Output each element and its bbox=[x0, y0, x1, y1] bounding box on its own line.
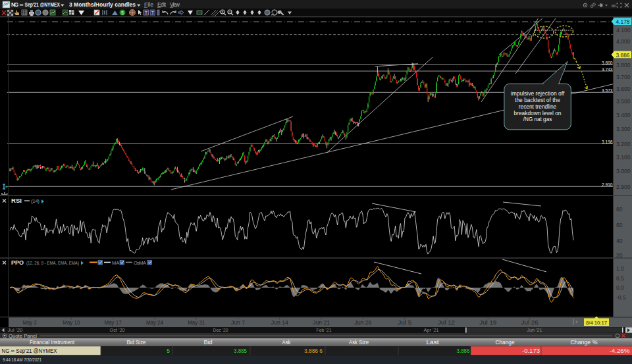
svg-text:Last: Last bbox=[427, 339, 440, 346]
svg-text:3.800: 3.800 bbox=[602, 60, 613, 66]
svg-text:Sep'21 @NYMEX: Sep'21 @NYMEX bbox=[25, 1, 61, 8]
svg-text:2.900: 2.900 bbox=[616, 184, 631, 190]
svg-text:3.000: 3.000 bbox=[616, 168, 631, 174]
svg-text:Bid: Bid bbox=[204, 339, 213, 346]
svg-text:Jul 12: Jul 12 bbox=[438, 319, 455, 326]
svg-text:NG: NG bbox=[11, 1, 18, 8]
svg-text:9:44:18 AM 7/30/2021: 9:44:18 AM 7/30/2021 bbox=[3, 357, 41, 363]
svg-text:4.178: 4.178 bbox=[616, 18, 630, 25]
svg-text:3 Months/Hourly candles: 3 Months/Hourly candles bbox=[69, 1, 136, 8]
svg-text:80: 80 bbox=[616, 206, 623, 213]
svg-text:3.100: 3.100 bbox=[616, 154, 631, 161]
svg-text:May 17: May 17 bbox=[105, 319, 122, 326]
svg-text:Apr ’21: Apr ’21 bbox=[424, 327, 439, 333]
svg-text:1.0: 1.0 bbox=[616, 265, 624, 272]
svg-text:3.885: 3.885 bbox=[234, 348, 247, 354]
svg-text:3.743: 3.743 bbox=[602, 66, 613, 72]
svg-text:Feb ’21: Feb ’21 bbox=[317, 327, 332, 333]
svg-text:recent trendline: recent trendline bbox=[519, 103, 557, 110]
svg-text:Dec ’20: Dec ’20 bbox=[213, 327, 228, 333]
svg-text:Jun 14: Jun 14 bbox=[271, 319, 288, 326]
svg-text:Jul 26: Jul 26 bbox=[521, 319, 539, 326]
svg-text:Ask Size: Ask Size bbox=[349, 339, 369, 346]
svg-text:∞: ∞ bbox=[20, 1, 24, 8]
svg-text:3.600: 3.600 bbox=[616, 86, 631, 92]
svg-text:Jun 28: Jun 28 bbox=[354, 319, 371, 326]
svg-text:2.910: 2.910 bbox=[602, 182, 613, 188]
svg-text:(12, 26, 9 - EMA, EMA, EMA): (12, 26, 9 - EMA, EMA, EMA) bbox=[26, 260, 79, 266]
svg-text:(14): (14) bbox=[31, 198, 40, 204]
svg-text:3.500: 3.500 bbox=[616, 98, 631, 105]
svg-text:Edit: Edit bbox=[157, 1, 167, 8]
svg-text:Bid Size: Bid Size bbox=[127, 339, 146, 346]
svg-text:Jun 7: Jun 7 bbox=[231, 319, 245, 326]
svg-text:RSI: RSI bbox=[11, 197, 22, 204]
svg-text:File: File bbox=[144, 1, 153, 8]
svg-text:T: T bbox=[151, 11, 155, 15]
svg-text:May 3: May 3 bbox=[23, 319, 37, 326]
svg-text:4.000: 4.000 bbox=[616, 38, 631, 45]
svg-text:NG ∞ Sep'21 @NYMEX: NG ∞ Sep'21 @NYMEX bbox=[2, 348, 57, 354]
svg-text:Quote Panel: Quote Panel bbox=[9, 333, 37, 339]
svg-text:Jun ’21: Jun ’21 bbox=[527, 327, 542, 333]
svg-text:Jul ’20: Jul ’20 bbox=[8, 327, 23, 333]
svg-text:3.300: 3.300 bbox=[616, 126, 631, 132]
svg-text:May 10: May 10 bbox=[63, 319, 80, 326]
svg-text:0.5: 0.5 bbox=[616, 275, 624, 282]
svg-text:Change: Change bbox=[496, 339, 515, 346]
svg-text:MA: MA bbox=[112, 260, 119, 266]
svg-text:T: T bbox=[145, 11, 148, 15]
svg-text:May 24: May 24 bbox=[146, 319, 163, 326]
svg-text:Ask: Ask bbox=[282, 339, 292, 346]
svg-text:the backtest of the: the backtest of the bbox=[515, 97, 560, 103]
svg-text:0.0: 0.0 bbox=[616, 284, 624, 291]
svg-text:3.886 6: 3.886 6 bbox=[304, 348, 323, 354]
svg-text:-0.173: -0.173 bbox=[522, 348, 540, 354]
svg-text:5: 5 bbox=[167, 348, 170, 354]
svg-text:/NG nat gas: /NG nat gas bbox=[523, 116, 552, 122]
svg-text:3.200: 3.200 bbox=[616, 141, 631, 147]
svg-text:Oct ’20: Oct ’20 bbox=[110, 327, 125, 333]
svg-text:Financial Instrument: Financial Instrument bbox=[30, 339, 75, 346]
svg-text:Jun 21: Jun 21 bbox=[313, 319, 330, 326]
svg-text:4.100: 4.100 bbox=[616, 27, 631, 34]
svg-text:3.400: 3.400 bbox=[616, 112, 631, 118]
svg-text:8/4 10:17: 8/4 10:17 bbox=[586, 320, 608, 326]
svg-text:3.573: 3.573 bbox=[602, 88, 613, 93]
svg-text:3.800: 3.800 bbox=[616, 62, 631, 68]
svg-text:May 31: May 31 bbox=[188, 319, 205, 326]
svg-text:OsMA: OsMA bbox=[134, 260, 146, 266]
svg-text:-4.26%: -4.26% bbox=[610, 348, 631, 354]
svg-text:Jul 5: Jul 5 bbox=[398, 319, 411, 326]
svg-text:PPO: PPO bbox=[11, 259, 24, 266]
svg-text:-0.5: -0.5 bbox=[616, 294, 626, 301]
svg-text:3.198: 3.198 bbox=[602, 139, 613, 145]
svg-text:3.886: 3.886 bbox=[457, 348, 470, 354]
svg-text:3.700: 3.700 bbox=[616, 74, 631, 80]
svg-text:60: 60 bbox=[616, 222, 623, 228]
svg-text:View: View bbox=[170, 1, 180, 8]
svg-text:Change %: Change % bbox=[571, 339, 598, 346]
svg-text:impulsive rejection off: impulsive rejection off bbox=[511, 90, 565, 97]
svg-text:Jul 19: Jul 19 bbox=[479, 319, 496, 326]
svg-text:$: $ bbox=[121, 11, 124, 15]
svg-text:3.886: 3.886 bbox=[616, 52, 630, 59]
svg-text:40: 40 bbox=[616, 238, 623, 244]
